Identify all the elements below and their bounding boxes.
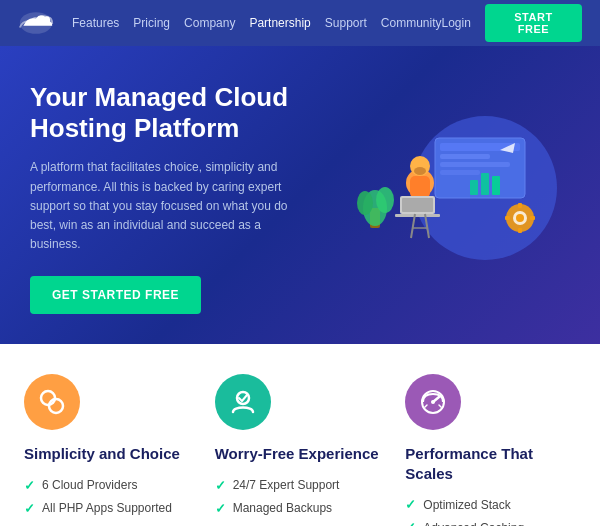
svg-rect-16 — [395, 214, 440, 217]
hero-left: Your Managed Cloud Hosting Platform A pl… — [30, 82, 303, 314]
navbar: Features Pricing Company Partnership Sup… — [0, 0, 600, 46]
nav-community[interactable]: Community — [381, 16, 442, 30]
svg-point-23 — [376, 187, 394, 213]
check-icon: ✓ — [215, 501, 226, 516]
get-started-button[interactable]: GET STARTED FREE — [30, 276, 201, 314]
check-icon: ✓ — [24, 501, 35, 516]
svg-rect-7 — [470, 180, 478, 195]
feature-icon-worryfree — [215, 374, 271, 430]
svg-rect-30 — [530, 216, 535, 220]
nav-right: Login START FREE — [442, 4, 583, 42]
feature-performance: Performance That Scales ✓Optimized Stack… — [405, 374, 576, 526]
svg-point-36 — [431, 400, 435, 404]
list-item: ✓Advanced Caching — [405, 520, 576, 526]
feature-title-simplicity: Simplicity and Choice — [24, 444, 195, 464]
svg-line-37 — [425, 405, 427, 407]
svg-point-26 — [516, 214, 524, 222]
nav-features[interactable]: Features — [72, 16, 119, 30]
hero-description: A platform that facilitates choice, simp… — [30, 158, 303, 254]
list-item: ✓Optimized Stack — [405, 497, 576, 512]
svg-line-17 — [411, 214, 415, 238]
nav-pricing[interactable]: Pricing — [133, 16, 170, 30]
nav-login[interactable]: Login — [442, 16, 471, 30]
svg-rect-8 — [481, 173, 489, 195]
svg-line-38 — [439, 405, 441, 407]
list-item: ✓Managed Backups — [215, 501, 386, 516]
feature-simplicity: Simplicity and Choice ✓6 Cloud Providers… — [24, 374, 195, 526]
hero-illustration — [315, 108, 565, 288]
nav-support[interactable]: Support — [325, 16, 367, 30]
feature-list-worryfree: ✓24/7 Expert Support ✓Managed Backups ✓M… — [215, 478, 386, 526]
check-icon: ✓ — [24, 478, 35, 493]
list-item: ✓6 Cloud Providers — [24, 478, 195, 493]
check-icon: ✓ — [405, 497, 416, 512]
nav-company[interactable]: Company — [184, 16, 235, 30]
svg-rect-9 — [492, 176, 500, 195]
hero-section: Your Managed Cloud Hosting Platform A pl… — [0, 46, 600, 344]
feature-title-worryfree: Worry-Free Experience — [215, 444, 386, 464]
check-icon: ✓ — [215, 478, 226, 493]
hero-title: Your Managed Cloud Hosting Platform — [30, 82, 303, 144]
svg-rect-27 — [518, 203, 522, 208]
svg-rect-12 — [410, 176, 430, 198]
svg-point-32 — [49, 399, 63, 413]
svg-point-13 — [414, 167, 426, 175]
logo[interactable] — [18, 9, 54, 37]
hero-right — [303, 108, 576, 288]
svg-rect-6 — [440, 170, 480, 175]
svg-point-22 — [357, 191, 373, 215]
feature-icon-simplicity — [24, 374, 80, 430]
svg-rect-28 — [518, 228, 522, 233]
svg-rect-4 — [440, 154, 490, 159]
feature-worryfree: Worry-Free Experience ✓24/7 Expert Suppo… — [215, 374, 386, 526]
feature-title-performance: Performance That Scales — [405, 444, 576, 483]
list-item: ✓All PHP Apps Supported — [24, 501, 195, 516]
svg-rect-29 — [505, 216, 510, 220]
features-section: Simplicity and Choice ✓6 Cloud Providers… — [0, 344, 600, 526]
start-free-button[interactable]: START FREE — [485, 4, 582, 42]
svg-rect-5 — [440, 162, 510, 167]
list-item: ✓24/7 Expert Support — [215, 478, 386, 493]
svg-rect-15 — [402, 198, 433, 212]
feature-list-performance: ✓Optimized Stack ✓Advanced Caching ✓PHP … — [405, 497, 576, 526]
feature-icon-performance — [405, 374, 461, 430]
svg-point-31 — [41, 391, 55, 405]
check-icon: ✓ — [405, 520, 416, 526]
feature-list-simplicity: ✓6 Cloud Providers ✓All PHP Apps Support… — [24, 478, 195, 526]
nav-links: Features Pricing Company Partnership Sup… — [72, 16, 442, 30]
nav-partnership[interactable]: Partnership — [249, 16, 310, 30]
